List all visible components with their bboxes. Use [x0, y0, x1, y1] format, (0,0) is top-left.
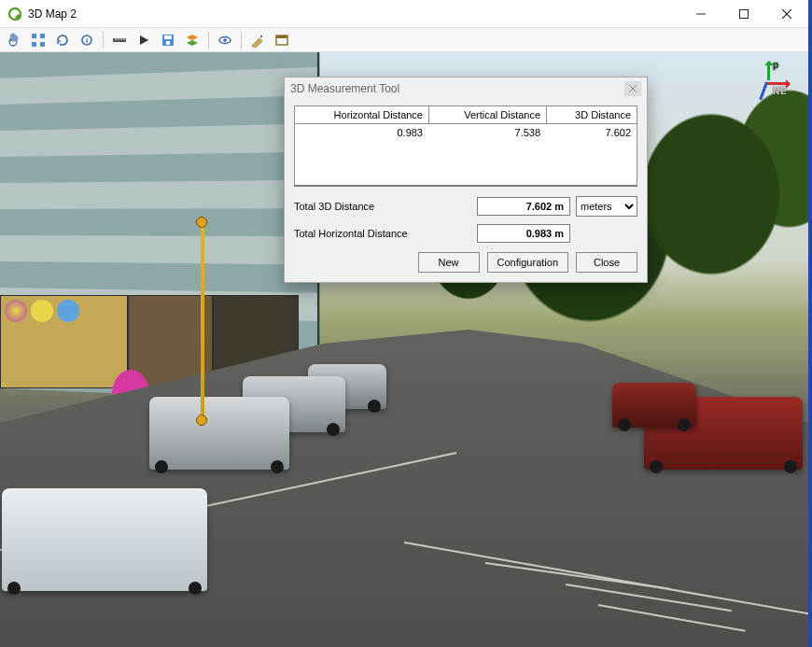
svg-rect-19	[166, 41, 170, 45]
measurement-dialog: 3D Measurement Tool Horizontal Distance …	[284, 77, 648, 283]
svg-point-22	[260, 35, 262, 37]
refresh-icon[interactable]	[52, 30, 73, 50]
orientation-gizmo[interactable]: p N E	[739, 62, 790, 112]
gizmo-east-label: E	[780, 86, 787, 96]
svg-point-21	[223, 38, 227, 42]
cell-3d: 7.602	[547, 124, 637, 142]
col-3d[interactable]: 3D Distance	[547, 106, 637, 124]
svg-rect-6	[32, 34, 36, 38]
toolbar-separator	[208, 32, 209, 49]
svg-rect-18	[164, 35, 172, 39]
total-3d-label: Total 3D Distance	[294, 201, 471, 212]
gizmo-north-label: N	[773, 86, 779, 96]
scene-car	[2, 488, 207, 591]
col-horizontal[interactable]: Horizontal Distance	[295, 106, 429, 124]
scene-car	[149, 397, 289, 470]
dock-icon[interactable]	[272, 30, 292, 50]
measurement-table: Horizontal Distance Vertical Distance 3D…	[294, 105, 637, 187]
measure-icon[interactable]	[109, 30, 130, 50]
maximize-button[interactable]	[722, 0, 765, 28]
close-icon	[629, 85, 637, 92]
measurement-line[interactable]	[201, 222, 204, 422]
qgis-icon	[7, 7, 22, 21]
svg-rect-7	[40, 34, 45, 38]
window-title: 3D Map 2	[28, 7, 77, 21]
view-settings-icon[interactable]	[215, 30, 235, 50]
gizmo-up-label: p	[773, 60, 778, 70]
new-button[interactable]: New	[418, 252, 480, 273]
total-3d-field[interactable]: 7.602 m	[477, 197, 570, 216]
toolbar-separator	[103, 32, 104, 49]
configuration-button[interactable]: Configuration	[487, 252, 568, 273]
play-icon[interactable]	[133, 30, 154, 50]
svg-rect-24	[276, 35, 287, 38]
minimize-button[interactable]	[679, 0, 722, 28]
options-icon[interactable]	[247, 30, 268, 50]
dialog-title: 3D Measurement Tool	[290, 82, 624, 95]
titlebar: 3D Map 2	[0, 0, 808, 28]
toolbar-separator	[241, 32, 242, 49]
identify-icon[interactable]: i	[77, 30, 97, 50]
app-window: 3D Map 2 i	[0, 0, 812, 647]
svg-rect-8	[32, 42, 36, 47]
col-vertical[interactable]: Vertical Distance	[428, 106, 546, 124]
total-h-field[interactable]: 0.983 m	[477, 224, 570, 243]
close-button[interactable]: Close	[576, 252, 637, 273]
scene-car	[612, 383, 696, 428]
svg-text:i: i	[86, 36, 88, 45]
3d-viewport[interactable]: p N E 3D Measurement Tool Horizontal Dis…	[0, 52, 808, 647]
layers-icon[interactable]	[182, 30, 203, 50]
cell-h: 0.983	[295, 124, 429, 142]
total-h-label: Total Horizontal Distance	[294, 228, 471, 239]
measurement-vertex[interactable]	[196, 415, 207, 426]
svg-rect-9	[40, 42, 45, 47]
measurement-vertex[interactable]	[196, 217, 207, 228]
save-image-icon[interactable]	[158, 30, 178, 50]
dialog-titlebar[interactable]: 3D Measurement Tool	[285, 77, 647, 100]
svg-rect-3	[740, 9, 749, 18]
close-button[interactable]	[765, 0, 808, 28]
table-row[interactable]: 0.983 7.538 7.602	[295, 124, 637, 142]
units-select[interactable]: meters	[576, 196, 637, 217]
zoom-extents-icon[interactable]	[28, 30, 49, 50]
cell-v: 7.538	[428, 124, 546, 142]
pan-tool-icon[interactable]	[4, 30, 24, 50]
dialog-close-button[interactable]	[624, 81, 641, 96]
toolbar: i	[0, 28, 808, 52]
